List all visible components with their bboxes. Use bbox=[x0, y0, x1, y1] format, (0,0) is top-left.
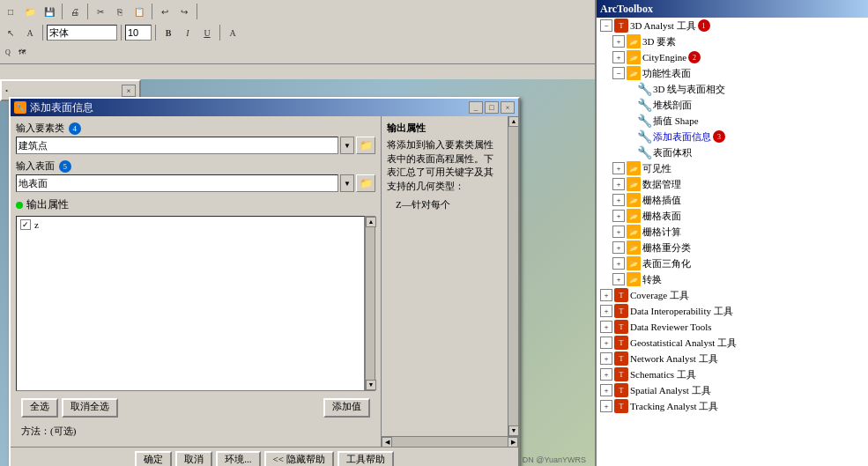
select-all-btn[interactable]: 全选 bbox=[21, 398, 58, 418]
h-scroll-right[interactable]: ▶ bbox=[508, 437, 518, 448]
toolbar-btn-save[interactable]: 💾 bbox=[41, 3, 58, 20]
expand-btn-21[interactable]: + bbox=[600, 352, 612, 365]
tree-item-16[interactable]: +📂转换 bbox=[597, 271, 868, 287]
output-listbox[interactable]: ✓ z bbox=[16, 216, 365, 391]
tree-item-12[interactable]: +📂栅格表面 bbox=[597, 208, 868, 224]
deselect-all-btn[interactable]: 取消全选 bbox=[62, 398, 118, 418]
tree-item-15[interactable]: +📂表面三角化 bbox=[597, 255, 868, 271]
cancel-btn[interactable]: 取消 bbox=[175, 451, 212, 466]
expand-btn-13[interactable]: + bbox=[612, 226, 625, 238]
tree-badge-0: 1 bbox=[698, 19, 710, 32]
input-surface-folder[interactable]: 📁 bbox=[356, 174, 375, 192]
tree-label-2: CityEngine bbox=[642, 52, 686, 63]
input-surface-arrow[interactable]: ▼ bbox=[340, 174, 354, 192]
listbox-scrollbar[interactable]: ▲ ▼ bbox=[365, 216, 375, 391]
expand-btn-12[interactable]: + bbox=[612, 210, 625, 222]
tree-item-10[interactable]: +📂数据管理 bbox=[597, 176, 868, 192]
tree-item-19[interactable]: +TData Reviewer Tools bbox=[597, 319, 868, 335]
tree-item-22[interactable]: +TSchematics 工具 bbox=[597, 366, 868, 382]
toolbar-btn-new[interactable]: □ bbox=[2, 3, 19, 20]
toolbar-btn-copy[interactable]: ⎘ bbox=[111, 3, 129, 20]
bold-btn[interactable]: B bbox=[160, 24, 177, 41]
tree-item-4[interactable]: 🔧3D 线与表面相交 bbox=[597, 81, 868, 97]
env-btn[interactable]: 环境... bbox=[216, 451, 260, 466]
expand-btn-17[interactable]: + bbox=[600, 289, 612, 301]
tree-item-7[interactable]: 🔧添加表面信息3 bbox=[597, 129, 868, 144]
expand-btn-2[interactable]: + bbox=[612, 51, 625, 63]
tree-item-17[interactable]: +TCoverage 工具 bbox=[597, 287, 868, 303]
toolbar-btn-undo[interactable]: ↩ bbox=[156, 3, 174, 20]
desc-scroll-down[interactable]: ▼ bbox=[508, 425, 518, 436]
close-btn[interactable]: × bbox=[501, 101, 515, 114]
tree-item-21[interactable]: +TNetwork Analyst 工具 bbox=[597, 351, 868, 366]
tree-item-11[interactable]: +📂栅格插值 bbox=[597, 192, 868, 208]
expand-btn-11[interactable]: + bbox=[612, 194, 625, 206]
sep7 bbox=[155, 25, 156, 41]
tree-item-0[interactable]: −T3D Analyst 工具1 bbox=[597, 18, 868, 33]
toolbar-btn-open[interactable]: 📁 bbox=[21, 3, 39, 20]
tree-item-6[interactable]: 🔧插值 Shape bbox=[597, 113, 868, 129]
input-surface-combo[interactable]: 地表面 bbox=[16, 174, 338, 192]
expand-btn-18[interactable]: + bbox=[600, 305, 612, 317]
tree-item-20[interactable]: +TGeostatistical Analyst 工具 bbox=[597, 335, 868, 351]
map-btn[interactable]: 🗺 bbox=[16, 46, 28, 58]
desc-scrollbar[interactable]: ▲ ▼ bbox=[508, 116, 518, 436]
input-feature-folder[interactable]: 📁 bbox=[356, 137, 375, 154]
zoom-btn[interactable]: Q bbox=[2, 46, 14, 58]
scroll-up-arrow[interactable]: ▲ bbox=[366, 217, 376, 227]
scroll-down-arrow[interactable]: ▼ bbox=[366, 380, 376, 390]
font-size-input[interactable] bbox=[125, 25, 152, 41]
h-scroll-left[interactable]: ◀ bbox=[382, 437, 392, 448]
toolbar-btn-cut[interactable]: ✂ bbox=[92, 3, 109, 20]
small-dialog-close[interactable]: × bbox=[122, 85, 136, 97]
toolbar-btn-redo[interactable]: ↪ bbox=[175, 3, 193, 20]
toolbar-btn-arrow[interactable]: ↖ bbox=[2, 24, 19, 41]
minimize-btn[interactable]: _ bbox=[469, 101, 483, 114]
input-feature-combo[interactable]: 建筑点 bbox=[16, 137, 338, 154]
input-feature-arrow[interactable]: ▼ bbox=[340, 137, 354, 154]
help-btn[interactable]: 工具帮助 bbox=[338, 451, 394, 466]
expand-btn-3[interactable]: − bbox=[612, 67, 625, 79]
toolbar-btn-text[interactable]: A bbox=[21, 24, 39, 41]
tree-item-13[interactable]: +📂栅格计算 bbox=[597, 224, 868, 240]
expand-btn-23[interactable]: + bbox=[600, 384, 612, 396]
expand-btn-22[interactable]: + bbox=[600, 368, 612, 381]
h-scroll[interactable]: ◀ ▶ bbox=[382, 436, 518, 447]
add-value-btn[interactable]: 添加值 bbox=[323, 398, 370, 418]
expand-btn-16[interactable]: + bbox=[612, 273, 625, 285]
toolbar-btn-paste[interactable]: 📋 bbox=[130, 3, 148, 20]
ok-btn[interactable]: 确定 bbox=[135, 451, 172, 466]
tree-item-23[interactable]: +TSpatial Analyst 工具 bbox=[597, 382, 868, 398]
sep5 bbox=[42, 25, 43, 41]
arctoolbox-panel: ArcToolbox −T3D Analyst 工具1+📂3D 要素+📂City… bbox=[595, 0, 868, 466]
tree-item-2[interactable]: +📂CityEngine2 bbox=[597, 49, 868, 65]
tree-item-8[interactable]: 🔧表面体积 bbox=[597, 144, 868, 160]
expand-btn-1[interactable]: + bbox=[612, 35, 625, 48]
checkbox-z[interactable]: ✓ bbox=[20, 219, 31, 230]
hide-help-btn[interactable]: << 隐藏帮助 bbox=[264, 451, 334, 466]
expand-btn-15[interactable]: + bbox=[612, 257, 625, 270]
expand-btn-19[interactable]: + bbox=[600, 321, 612, 333]
color-btn[interactable]: A bbox=[224, 24, 241, 41]
tree-item-9[interactable]: +📂可见性 bbox=[597, 160, 868, 176]
tree-icon-22: T bbox=[614, 367, 628, 381]
maximize-btn[interactable]: □ bbox=[485, 101, 499, 114]
tree-item-1[interactable]: +📂3D 要素 bbox=[597, 33, 868, 49]
expand-btn-14[interactable]: + bbox=[612, 241, 625, 254]
desc-scroll-up[interactable]: ▲ bbox=[508, 116, 518, 127]
expand-btn-10[interactable]: + bbox=[612, 178, 625, 190]
tree-item-14[interactable]: +📂栅格重分类 bbox=[597, 240, 868, 255]
tree-item-18[interactable]: +TData Interoperability 工具 bbox=[597, 303, 868, 319]
font-name-input[interactable] bbox=[47, 25, 117, 41]
toolbar-btn-print[interactable]: 🖨 bbox=[66, 3, 84, 20]
tree-item-3[interactable]: −📂功能性表面 bbox=[597, 65, 868, 81]
expand-btn-20[interactable]: + bbox=[600, 337, 612, 349]
arctoolbox-body[interactable]: −T3D Analyst 工具1+📂3D 要素+📂CityEngine2−📂功能… bbox=[597, 18, 868, 466]
tree-item-5[interactable]: 🔧堆栈剖面 bbox=[597, 97, 868, 113]
expand-btn-24[interactable]: + bbox=[600, 400, 612, 412]
expand-btn-0[interactable]: − bbox=[600, 19, 612, 32]
italic-btn[interactable]: I bbox=[179, 24, 197, 41]
underline-btn[interactable]: U bbox=[198, 24, 216, 41]
expand-btn-9[interactable]: + bbox=[612, 162, 625, 174]
tree-item-24[interactable]: +TTracking Analyst 工具 bbox=[597, 398, 868, 414]
